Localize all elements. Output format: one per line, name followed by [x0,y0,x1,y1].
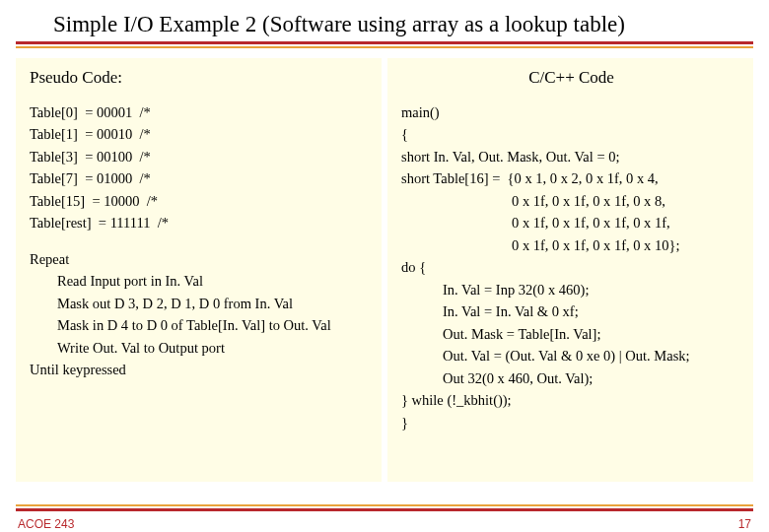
c-line: 0 x 1f, 0 x 1f, 0 x 1f, 0 x 8, [401,190,741,212]
pseudo-line: Read Input port in In. Val [30,270,370,292]
pseudo-repeat: Repeat [30,248,370,270]
page-number: 17 [738,517,751,531]
footer: ACOE 243 17 [0,504,769,532]
c-end: } [401,412,741,433]
c-heading: C/C++ Code [401,68,741,88]
c-while: } while (!_kbhit()); [401,389,741,411]
footer-rule [16,504,753,511]
c-line: main() [401,101,741,123]
c-line: 0 x 1f, 0 x 1f, 0 x 1f, 0 x 10}; [401,234,741,256]
c-do: do { [401,256,741,278]
c-line: short In. Val, Out. Mask, Out. Val = 0; [401,146,741,167]
pseudo-line: Table[rest] = 111111 /* [30,212,370,233]
footer-left: ACOE 243 [18,517,74,531]
header-rule [0,41,769,58]
c-line: In. Val = Inp 32(0 x 460); [401,279,741,300]
table-init-block: Table[0] = 00001 /* Table[1] = 00010 /* … [30,101,370,234]
pseudo-heading: Pseudo Code: [30,68,370,88]
c-lines: main() { short In. Val, Out. Mask, Out. … [401,101,741,433]
c-line: Out. Val = (Out. Val & 0 xe 0) | Out. Ma… [401,345,741,366]
slide-body: Pseudo Code: Table[0] = 00001 /* Table[1… [0,58,769,482]
slide: Simple I/O Example 2 (Software using arr… [0,0,769,532]
pseudo-line: Table[15] = 10000 /* [30,190,370,212]
pseudo-line: Table[7] = 01000 /* [30,167,370,189]
pseudo-line: Mask in D 4 to D 0 of Table[In. Val] to … [30,314,370,336]
pseudo-line: Table[1] = 00010 /* [30,123,370,145]
pseudo-until: Until keypressed [30,359,370,380]
footer-rule-orange [16,504,753,506]
footer-rule-red [16,508,753,511]
pseudo-code-panel: Pseudo Code: Table[0] = 00001 /* Table[1… [16,58,382,482]
c-line: Out. Mask = Table[In. Val]; [401,323,741,345]
c-line: Out 32(0 x 460, Out. Val); [401,367,741,389]
pseudo-lines: Table[0] = 00001 /* Table[1] = 00010 /* … [30,101,370,381]
c-line: { [401,123,741,145]
c-line: 0 x 1f, 0 x 1f, 0 x 1f, 0 x 1f, [401,212,741,233]
loop-block: Repeat Read Input port in In. Val Mask o… [30,248,370,381]
pseudo-line: Write Out. Val to Output port [30,337,370,359]
pseudo-line: Mask out D 3, D 2, D 1, D 0 from In. Val [30,293,370,314]
rule-orange [16,46,753,48]
c-line: In. Val = In. Val & 0 xf; [401,300,741,322]
slide-title: Simple I/O Example 2 (Software using arr… [0,0,769,41]
c-code-panel: C/C++ Code main() { short In. Val, Out. … [387,58,753,482]
rule-red [16,41,753,44]
pseudo-line: Table[3] = 00100 /* [30,146,370,167]
pseudo-line: Table[0] = 00001 /* [30,101,370,123]
c-line: short Table[16] = {0 x 1, 0 x 2, 0 x 1f,… [401,167,741,189]
